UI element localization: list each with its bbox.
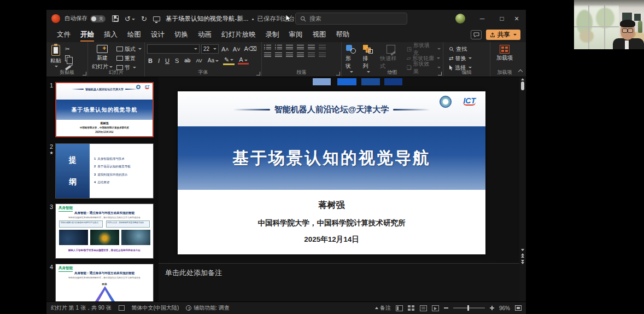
- paragraph-dialog-launcher-icon[interactable]: [336, 72, 340, 75]
- smartart-convert-icon[interactable]: [319, 53, 326, 59]
- grow-font-button[interactable]: A˄: [220, 46, 230, 53]
- scroll-up-arrow-icon[interactable]: [521, 78, 524, 80]
- change-case-button[interactable]: Aa: [207, 57, 220, 63]
- tab-design[interactable]: 设计: [146, 27, 169, 42]
- increase-indent-icon[interactable]: [297, 45, 304, 51]
- columns-icon[interactable]: [308, 53, 315, 59]
- zoom-level[interactable]: 96%: [499, 305, 510, 311]
- font-dialog-launcher-icon[interactable]: [256, 72, 260, 75]
- tab-review[interactable]: 审阅: [284, 27, 308, 42]
- accessibility-checker[interactable]: 辅助功能: 调查: [186, 304, 230, 312]
- next-slide-button[interactable]: [519, 260, 526, 264]
- current-slide[interactable]: 智能机器人前沿论坛@天津大学 ICT 基于场景认知的视觉导航 蒋树强 中国科学院…: [178, 91, 485, 254]
- align-center-icon[interactable]: [275, 53, 282, 59]
- text-shadow-button[interactable]: S: [174, 57, 180, 64]
- italic-button[interactable]: I: [157, 57, 161, 64]
- slide-affiliation[interactable]: 中国科学院大学，中国科学院计算技术研究所: [178, 218, 485, 228]
- tab-file[interactable]: 文件: [52, 27, 75, 42]
- webcam-overlay[interactable]: [570, 0, 644, 49]
- search-box[interactable]: [295, 13, 407, 25]
- notes-pane[interactable]: 单击此处添加备注: [159, 263, 519, 301]
- close-button[interactable]: ×: [507, 10, 526, 27]
- collapse-ribbon-icon[interactable]: [518, 69, 523, 74]
- notes-placeholder[interactable]: 单击此处添加备注: [165, 268, 222, 278]
- underline-button[interactable]: U: [164, 57, 171, 64]
- zoom-slider-thumb[interactable]: [467, 305, 469, 311]
- slide-author[interactable]: 蒋树强: [178, 200, 485, 211]
- text-direction-icon[interactable]: [319, 45, 326, 51]
- scrollbar-thumb[interactable]: [521, 82, 524, 90]
- autosave-toggle[interactable]: 关: [90, 15, 106, 22]
- slide-3-thumbnail[interactable]: 具身智能 具身智能：通过身体与环境互动来实现的智能 智能体在物理世界感知和理解环…: [55, 203, 154, 259]
- minimize-button[interactable]: ─: [473, 10, 491, 27]
- language-indicator[interactable]: 简体中文(中国大陆): [132, 304, 179, 312]
- clear-formatting-button[interactable]: A⌫: [243, 45, 258, 53]
- search-input[interactable]: [309, 15, 391, 22]
- tab-home[interactable]: 开始: [75, 27, 99, 42]
- font-color-button[interactable]: A: [238, 56, 248, 65]
- previous-slide-button[interactable]: [519, 253, 526, 258]
- numbering-icon[interactable]: [275, 45, 282, 51]
- bold-button[interactable]: B: [147, 57, 154, 64]
- zoom-slider[interactable]: [453, 307, 485, 309]
- zoom-out-button[interactable]: [444, 307, 448, 309]
- bullets-icon[interactable]: [264, 45, 271, 51]
- font-name-combobox[interactable]: [147, 44, 200, 54]
- slide-canvas[interactable]: 智能机器人前沿论坛@天津大学 ICT 基于场景认知的视觉导航 蒋树强 中国科学院…: [159, 77, 519, 263]
- canvas-shape-4[interactable]: [384, 78, 402, 85]
- document-title-area[interactable]: 基于场景认知的视觉导航-新... • 已保存到这台电脑: [166, 15, 315, 23]
- tab-animations[interactable]: 动画: [193, 27, 216, 42]
- shrink-font-button[interactable]: A˅: [232, 46, 242, 53]
- account-avatar[interactable]: [455, 14, 465, 24]
- comments-button[interactable]: [471, 30, 482, 39]
- autosave-control[interactable]: 自动保存 关: [65, 15, 106, 22]
- tab-slideshow[interactable]: 幻灯片放映: [216, 27, 261, 42]
- vertical-scrollbar[interactable]: [519, 77, 526, 301]
- scroll-down-arrow-icon[interactable]: [521, 249, 524, 251]
- replace-button[interactable]: ⇄ 替换: [449, 55, 488, 62]
- tab-insert[interactable]: 插入: [99, 27, 122, 42]
- slide-title[interactable]: 基于场景认知的视觉导航: [178, 126, 485, 190]
- cut-button[interactable]: ✂: [65, 45, 71, 53]
- addins-button[interactable]: 加载项: [493, 44, 517, 62]
- tab-view[interactable]: 视图: [308, 27, 331, 42]
- zoom-in-button[interactable]: [490, 306, 494, 310]
- canvas-shape-1[interactable]: [313, 78, 331, 85]
- highlight-color-button[interactable]: ✎: [223, 56, 235, 65]
- slideshow-view-button[interactable]: [432, 305, 439, 311]
- slide-2-thumbnail[interactable]: 提纲 1 具身智能机理与技术 2 基于场景认知的视觉导航 3 虚拟到现实环境的演…: [55, 143, 154, 199]
- line-spacing-icon[interactable]: [308, 45, 315, 51]
- align-right-icon[interactable]: [286, 53, 293, 59]
- normal-view-button[interactable]: [396, 305, 403, 311]
- drawing-dialog-launcher-icon[interactable]: [438, 72, 442, 75]
- justify-icon[interactable]: [297, 53, 304, 59]
- notes-toggle-button[interactable]: 备注: [375, 304, 391, 312]
- undo-button[interactable]: ↺: [125, 15, 135, 23]
- canvas-shape-3[interactable]: [361, 78, 380, 85]
- copy-button[interactable]: [65, 55, 71, 62]
- align-left-icon[interactable]: [264, 53, 271, 59]
- shape-fill-button[interactable]: ◳ 形状填充: [407, 45, 441, 53]
- slide-counter[interactable]: 幻灯片 第 1 张，共 90 张: [51, 304, 112, 312]
- share-button[interactable]: 共享: [486, 30, 520, 40]
- find-button[interactable]: 查找: [449, 45, 488, 53]
- tab-draw[interactable]: 绘图: [122, 27, 146, 42]
- redo-button[interactable]: ↻: [141, 15, 147, 23]
- clipboard-dialog-launcher-icon[interactable]: [83, 72, 86, 75]
- reset-button[interactable]: 重置: [116, 55, 142, 62]
- slide-4-thumbnail[interactable]: 具身智能 具身智能：通过身体与环境互动来实现的智能 智能体在物理世界感知和理解环…: [55, 264, 154, 301]
- decrease-indent-icon[interactable]: [286, 45, 293, 51]
- save-icon[interactable]: [112, 15, 119, 22]
- display-settings-icon[interactable]: [119, 305, 125, 311]
- start-slideshow-icon[interactable]: [153, 16, 160, 21]
- font-size-combobox[interactable]: 22: [201, 44, 219, 54]
- slide-date[interactable]: 2025年12月14日: [178, 235, 485, 245]
- powerpoint-app-icon[interactable]: [51, 14, 60, 23]
- layout-button[interactable]: 版式: [116, 45, 142, 53]
- fit-slide-to-window-button[interactable]: [515, 305, 522, 311]
- slide-sorter-view-button[interactable]: [408, 305, 415, 311]
- tab-transitions[interactable]: 切换: [169, 27, 193, 42]
- tab-record[interactable]: 录制: [261, 27, 284, 42]
- strikethrough-button[interactable]: ab: [183, 57, 191, 63]
- slide-1-thumbnail[interactable]: 智能机器人前沿论坛@天津大学 ICT 基于场景认知的视觉导航 蒋树强 中国科学院…: [55, 82, 154, 137]
